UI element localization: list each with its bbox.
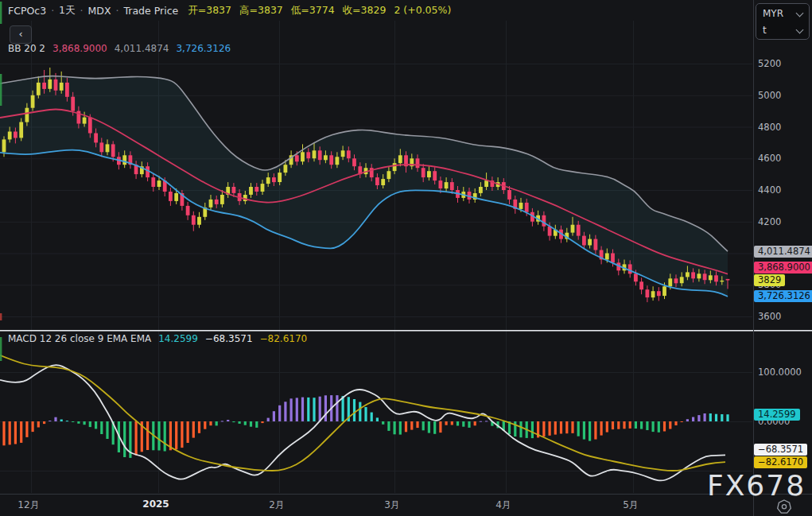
scale-settings-menu: MYR t bbox=[756, 3, 810, 40]
bb-basis-badge: 3,868.9000 bbox=[754, 262, 812, 274]
bb-upper-badge: 4,011.4874 bbox=[754, 246, 812, 258]
interval-label[interactable]: 1天 bbox=[59, 4, 75, 17]
time-label-5月: 5月 bbox=[623, 499, 639, 512]
macd-legend[interactable]: MACD 12 26 close 9 EMA EMA 14.2599 −68.3… bbox=[8, 333, 307, 344]
time-label-4月: 4月 bbox=[495, 499, 511, 512]
trading-chart-window: FCPOc3 · 1天 · MDX · Trade Price 开=3837 高… bbox=[0, 0, 812, 516]
time-label-2025: 2025 bbox=[142, 499, 169, 510]
price-tick-label: 4600 bbox=[758, 153, 781, 164]
bb-label: BB 20 2 bbox=[8, 43, 45, 54]
chevron-left-icon: ‹ bbox=[18, 28, 22, 40]
symbol-name[interactable]: FCPOc3 bbox=[8, 5, 46, 17]
macd-histogram-value: 14.2599 bbox=[158, 333, 198, 344]
bb-basis-value: 3,868.9000 bbox=[52, 43, 107, 54]
price-tick-label: 4800 bbox=[758, 122, 781, 133]
time-label-3月: 3月 bbox=[384, 499, 400, 512]
price-tick-label: 3600 bbox=[758, 311, 781, 322]
time-axis[interactable] bbox=[0, 494, 753, 516]
exchange-label: MDX bbox=[88, 5, 111, 17]
macd-line-value-badge: −68.3571 bbox=[754, 444, 807, 456]
high-value: 高=3837 bbox=[239, 4, 283, 17]
time-label-12月: 12月 bbox=[17, 499, 39, 512]
bb-upper-value: 4,011.4874 bbox=[115, 43, 169, 54]
macd-label: MACD 12 26 close 9 EMA EMA bbox=[8, 333, 151, 344]
currency-select[interactable]: MYR bbox=[763, 6, 804, 21]
time-label-2月: 2月 bbox=[269, 499, 285, 512]
currency-value: MYR bbox=[763, 8, 783, 19]
fx678-watermark: FX678 bbox=[703, 469, 810, 502]
macd-signal-value: −82.6170 bbox=[260, 333, 308, 344]
macd-hist-value-badge: 14.2599 bbox=[754, 409, 800, 421]
change-value: 2 (+0.05%) bbox=[394, 4, 451, 17]
price-tick-label: 5000 bbox=[758, 90, 781, 101]
chevron-down-icon bbox=[796, 26, 804, 34]
bb-lower-value: 3,726.3126 bbox=[176, 43, 231, 54]
ohlc-readout: 开=3837 高=3837 低=3774 收=3829 2 (+0.05%) bbox=[188, 4, 451, 17]
bb-legend[interactable]: BB 20 2 3,868.9000 4,011.4874 3,726.3126 bbox=[8, 43, 231, 54]
price-tick-label: 4200 bbox=[758, 216, 781, 227]
chart-canvas[interactable] bbox=[0, 0, 812, 516]
macd-line-value: −68.3571 bbox=[205, 333, 253, 344]
chevron-down-icon bbox=[796, 10, 804, 17]
separator: · bbox=[51, 5, 54, 17]
separator: · bbox=[116, 5, 119, 17]
price-tick-label: 4400 bbox=[758, 184, 781, 196]
low-value: 低=3774 bbox=[291, 4, 335, 17]
macd-signal-value-badge: −82.6170 bbox=[754, 456, 807, 468]
bb-lower-badge: 3,726.3126 bbox=[754, 290, 812, 302]
unit-value: t bbox=[763, 25, 767, 36]
price-tick-label: 5200 bbox=[758, 58, 781, 69]
symbol-header: FCPOc3 · 1天 · MDX · Trade Price 开=3837 高… bbox=[8, 4, 451, 17]
open-value: 开=3837 bbox=[188, 4, 231, 17]
unit-select[interactable]: t bbox=[763, 22, 804, 38]
collapse-legend-button[interactable]: ‹ bbox=[10, 25, 32, 44]
last-price-badge: 3829 bbox=[754, 274, 785, 286]
series-type-label: Trade Price bbox=[124, 5, 179, 17]
macd-tick-label: 100.0000 bbox=[758, 367, 802, 378]
separator: · bbox=[80, 5, 84, 17]
close-value: 收=3829 bbox=[343, 4, 387, 17]
